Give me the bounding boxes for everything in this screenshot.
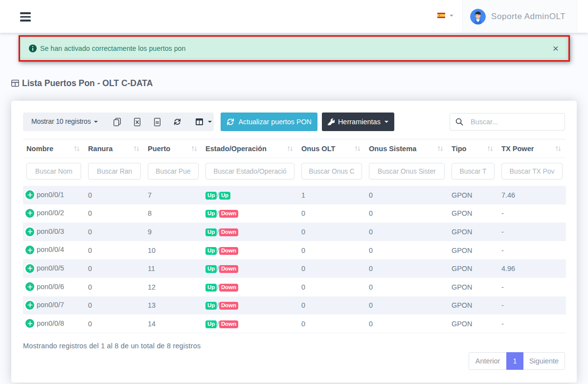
onus-sistema-cell: 0: [365, 259, 448, 278]
language-dropdown[interactable]: [431, 0, 462, 32]
table-icon: [11, 79, 19, 87]
filter-input-estado-operaci-n[interactable]: [205, 163, 294, 180]
filter-input-ranura[interactable]: [88, 163, 141, 180]
search-input[interactable]: [450, 113, 565, 131]
expand-row-icon[interactable]: [25, 227, 34, 236]
expand-row-icon[interactable]: [25, 301, 34, 310]
ranura-cell: 0: [85, 204, 144, 223]
column-header-puerto[interactable]: Puerto: [144, 139, 202, 158]
sort-icon[interactable]: [191, 145, 197, 152]
sort-icon[interactable]: [355, 145, 361, 152]
onus-olt-cell: 0: [298, 315, 365, 333]
nombre-cell: pon0/0/3: [23, 223, 85, 241]
reload-button[interactable]: [174, 118, 181, 126]
port-name: pon0/0/7: [37, 301, 64, 309]
expand-row-icon[interactable]: [25, 264, 34, 273]
pagination-page-1[interactable]: 1: [506, 352, 523, 370]
table-row-pon0/0/2: pon0/0/208Up/Down00GPON-: [23, 204, 566, 223]
sort-icon[interactable]: [287, 145, 293, 152]
success-alert: Se han activado correctamente los puerto…: [20, 36, 568, 60]
estado-badge: Up: [205, 228, 217, 236]
tools-dropdown-button[interactable]: Herramientas: [322, 113, 394, 131]
tx-power-cell: -: [498, 296, 566, 315]
puerto-cell: 12: [144, 278, 202, 296]
column-header-onus-olt[interactable]: Onus OLT: [298, 139, 365, 158]
chevron-down-icon: [94, 121, 98, 123]
sort-icon[interactable]: [487, 145, 493, 152]
card: Mostrar 10 registros: [11, 101, 577, 383]
table-info: Mostrando registros del 1 al 8 de un tot…: [23, 342, 565, 350]
puerto-cell: 8: [144, 204, 202, 223]
menu-toggle-button[interactable]: [20, 12, 31, 21]
expand-row-icon[interactable]: [25, 209, 34, 218]
column-header-nombre[interactable]: Nombre: [23, 139, 85, 158]
puerto-cell: 7: [144, 186, 202, 204]
sort-icon[interactable]: [555, 145, 561, 152]
excel-export-button[interactable]: [134, 118, 141, 126]
column-header-estado-operaci-n[interactable]: Estado/Operación: [202, 139, 298, 158]
table-row-pon0/0/7: pon0/0/7013Up/Down00GPON-: [23, 296, 566, 315]
alert-message: Se han activado correctamente los puerto…: [40, 45, 185, 52]
nombre-cell: pon0/0/2: [23, 204, 85, 223]
tx-power-cell: -: [498, 278, 566, 296]
column-header-ranura[interactable]: Ranura: [85, 139, 144, 158]
puerto-cell: 11: [144, 259, 202, 278]
topbar-right: Soporte AdminOLT: [431, 0, 588, 33]
alert-close-button[interactable]: ×: [553, 43, 559, 53]
filter-cell: [298, 158, 365, 186]
port-name: pon0/0/6: [37, 283, 64, 291]
estado-badge: Up: [205, 265, 217, 273]
column-header-tipo[interactable]: Tipo: [448, 139, 498, 158]
expand-row-icon[interactable]: [25, 190, 34, 199]
pagination-next[interactable]: Siguiente: [523, 352, 565, 370]
badge-separator: /: [217, 320, 219, 327]
sort-icon[interactable]: [74, 145, 80, 152]
table-row-pon0/0/6: pon0/0/6012Up/Down00GPON-: [23, 278, 566, 296]
file-export-button[interactable]: [154, 118, 161, 126]
port-name: pon0/0/5: [37, 264, 64, 272]
sort-icon[interactable]: [134, 145, 139, 152]
user-menu[interactable]: Soporte AdminOLT: [462, 0, 577, 33]
filter-input-tx-power[interactable]: [501, 163, 563, 180]
filter-input-onus-olt[interactable]: [301, 163, 362, 180]
chevron-down-icon: [208, 121, 212, 123]
expand-row-icon[interactable]: [25, 246, 34, 254]
filter-input-onus-sistema[interactable]: [369, 163, 445, 180]
nombre-cell: pon0/0/1: [23, 186, 85, 204]
filter-input-nombre[interactable]: [26, 163, 81, 180]
pagination: Anterior 1 Siguiente: [469, 352, 565, 370]
wrench-icon: [328, 118, 335, 125]
column-header-tx-power[interactable]: TX Power: [498, 139, 566, 158]
tipo-cell: GPON: [448, 186, 498, 204]
expand-row-icon[interactable]: [25, 319, 34, 328]
spain-flag-icon: [437, 13, 445, 18]
estado-operacion-cell: Up/Down: [202, 278, 298, 296]
operacion-badge: Up: [219, 192, 230, 200]
ranura-cell: 0: [85, 259, 144, 278]
filter-input-tipo[interactable]: [452, 163, 495, 180]
sort-icon[interactable]: [437, 145, 443, 152]
pagination-previous[interactable]: Anterior: [469, 352, 506, 370]
badge-separator: /: [217, 265, 219, 272]
onus-sistema-cell: 0: [365, 204, 448, 223]
puerto-cell: 9: [144, 223, 202, 241]
onus-sistema-cell: 0: [365, 223, 448, 241]
filter-input-puerto[interactable]: [148, 163, 199, 180]
column-header-onus-sistema[interactable]: Onus Sistema: [365, 139, 448, 158]
tx-power-cell: -: [498, 315, 566, 333]
copy-button[interactable]: [113, 118, 121, 126]
length-menu[interactable]: Mostrar 10 registros: [31, 117, 90, 125]
table-header-row: NombreRanuraPuertoEstado/OperaciónOnus O…: [23, 139, 566, 158]
chevron-down-icon: [384, 121, 388, 123]
tx-power-cell: 7.46: [498, 186, 566, 204]
expand-row-icon[interactable]: [25, 282, 34, 291]
tx-power-cell: -: [498, 204, 566, 223]
puerto-cell: 14: [144, 315, 202, 333]
table-body: pon0/0/107Up/Up10GPON7.46pon0/0/208Up/Do…: [23, 186, 566, 333]
tipo-cell: GPON: [448, 296, 498, 315]
nombre-cell: pon0/0/4: [23, 241, 85, 260]
page-title: Lista Puertos Pon - OLT C-DATA: [22, 78, 153, 89]
refresh-pon-ports-button[interactable]: Actualizar puertos PON: [221, 113, 317, 131]
column-visibility-button[interactable]: [196, 118, 212, 125]
nombre-cell: pon0/0/8: [23, 315, 85, 333]
